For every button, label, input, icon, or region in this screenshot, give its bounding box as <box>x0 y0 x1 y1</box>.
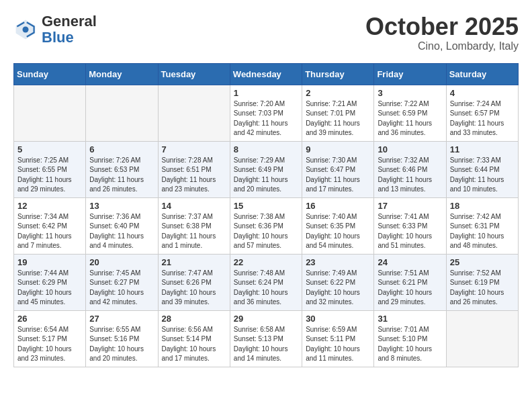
day-info: Sunrise: 7:42 AM Sunset: 6:31 PM Dayligh… <box>450 212 515 251</box>
calendar-cell: 8Sunrise: 7:29 AM Sunset: 6:49 PM Daylig… <box>230 141 302 197</box>
day-number: 17 <box>378 201 442 211</box>
day-info: Sunrise: 7:38 AM Sunset: 6:36 PM Dayligh… <box>234 212 298 251</box>
day-info: Sunrise: 7:25 AM Sunset: 6:55 PM Dayligh… <box>17 156 82 195</box>
day-number: 19 <box>17 257 82 267</box>
calendar-cell: 5Sunrise: 7:25 AM Sunset: 6:55 PM Daylig… <box>14 141 86 197</box>
logo-blue: Blue <box>42 29 74 46</box>
svg-point-2 <box>23 27 29 33</box>
calendar-week-3: 12Sunrise: 7:34 AM Sunset: 6:42 PM Dayli… <box>14 197 519 254</box>
day-info: Sunrise: 7:47 AM Sunset: 6:26 PM Dayligh… <box>162 269 226 308</box>
day-info: Sunrise: 7:52 AM Sunset: 6:19 PM Dayligh… <box>450 269 515 308</box>
day-info: Sunrise: 7:40 AM Sunset: 6:35 PM Dayligh… <box>306 212 370 251</box>
calendar-cell: 24Sunrise: 7:51 AM Sunset: 6:21 PM Dayli… <box>374 254 446 310</box>
day-info: Sunrise: 7:26 AM Sunset: 6:53 PM Dayligh… <box>89 156 154 195</box>
day-info: Sunrise: 6:59 AM Sunset: 5:11 PM Dayligh… <box>306 325 370 364</box>
day-number: 20 <box>89 257 154 267</box>
day-info: Sunrise: 7:28 AM Sunset: 6:51 PM Dayligh… <box>162 156 226 195</box>
calendar-cell: 14Sunrise: 7:37 AM Sunset: 6:38 PM Dayli… <box>158 197 230 254</box>
calendar-week-2: 5Sunrise: 7:25 AM Sunset: 6:55 PM Daylig… <box>14 141 519 197</box>
calendar-cell: 10Sunrise: 7:32 AM Sunset: 6:46 PM Dayli… <box>374 141 446 197</box>
day-info: Sunrise: 7:45 AM Sunset: 6:27 PM Dayligh… <box>89 269 154 308</box>
calendar-cell: 21Sunrise: 7:47 AM Sunset: 6:26 PM Dayli… <box>158 254 230 310</box>
day-info: Sunrise: 7:01 AM Sunset: 5:10 PM Dayligh… <box>378 325 442 364</box>
calendar-cell: 17Sunrise: 7:41 AM Sunset: 6:33 PM Dayli… <box>374 197 446 254</box>
day-info: Sunrise: 7:41 AM Sunset: 6:33 PM Dayligh… <box>378 212 442 251</box>
calendar-cell <box>446 310 518 367</box>
day-number: 15 <box>234 201 298 211</box>
logo: General Blue <box>13 13 97 46</box>
calendar-cell: 27Sunrise: 6:55 AM Sunset: 5:16 PM Dayli… <box>86 310 158 367</box>
day-info: Sunrise: 7:33 AM Sunset: 6:44 PM Dayligh… <box>450 156 515 195</box>
day-info: Sunrise: 6:56 AM Sunset: 5:14 PM Dayligh… <box>162 325 226 364</box>
day-number: 3 <box>378 88 442 98</box>
day-number: 1 <box>234 88 298 98</box>
calendar-cell <box>86 85 158 141</box>
day-number: 26 <box>17 314 82 324</box>
calendar-cell: 15Sunrise: 7:38 AM Sunset: 6:36 PM Dayli… <box>230 197 302 254</box>
day-number: 7 <box>162 144 226 154</box>
calendar-header-wednesday: Wednesday <box>230 63 302 85</box>
day-number: 24 <box>378 257 442 267</box>
day-info: Sunrise: 7:30 AM Sunset: 6:47 PM Dayligh… <box>306 156 370 195</box>
calendar-header-tuesday: Tuesday <box>158 63 230 85</box>
calendar-cell <box>158 85 230 141</box>
day-number: 18 <box>450 201 515 211</box>
calendar-week-1: 1Sunrise: 7:20 AM Sunset: 7:03 PM Daylig… <box>14 85 519 141</box>
day-number: 16 <box>306 201 370 211</box>
day-info: Sunrise: 6:58 AM Sunset: 5:13 PM Dayligh… <box>234 325 298 364</box>
calendar-cell: 16Sunrise: 7:40 AM Sunset: 6:35 PM Dayli… <box>302 197 374 254</box>
logo-icon <box>13 17 38 42</box>
day-number: 6 <box>89 144 154 154</box>
day-number: 22 <box>234 257 298 267</box>
day-number: 31 <box>378 314 442 324</box>
calendar-header-sunday: Sunday <box>14 63 86 85</box>
calendar-cell: 9Sunrise: 7:30 AM Sunset: 6:47 PM Daylig… <box>302 141 374 197</box>
day-info: Sunrise: 7:49 AM Sunset: 6:22 PM Dayligh… <box>306 269 370 308</box>
calendar-cell: 30Sunrise: 6:59 AM Sunset: 5:11 PM Dayli… <box>302 310 374 367</box>
day-info: Sunrise: 7:34 AM Sunset: 6:42 PM Dayligh… <box>17 212 82 251</box>
calendar-cell: 23Sunrise: 7:49 AM Sunset: 6:22 PM Dayli… <box>302 254 374 310</box>
day-number: 25 <box>450 257 515 267</box>
calendar-cell: 28Sunrise: 6:56 AM Sunset: 5:14 PM Dayli… <box>158 310 230 367</box>
day-info: Sunrise: 7:24 AM Sunset: 6:57 PM Dayligh… <box>450 99 515 138</box>
day-info: Sunrise: 6:54 AM Sunset: 5:17 PM Dayligh… <box>17 325 82 364</box>
calendar-cell: 19Sunrise: 7:44 AM Sunset: 6:29 PM Dayli… <box>14 254 86 310</box>
calendar-cell: 20Sunrise: 7:45 AM Sunset: 6:27 PM Dayli… <box>86 254 158 310</box>
calendar-cell: 4Sunrise: 7:24 AM Sunset: 6:57 PM Daylig… <box>446 85 518 141</box>
day-info: Sunrise: 7:51 AM Sunset: 6:21 PM Dayligh… <box>378 269 442 308</box>
page-header: General Blue October 2025 Cino, Lombardy… <box>13 13 519 52</box>
calendar-cell: 3Sunrise: 7:22 AM Sunset: 6:59 PM Daylig… <box>374 85 446 141</box>
calendar-cell <box>14 85 86 141</box>
day-number: 21 <box>162 257 226 267</box>
day-number: 30 <box>306 314 370 324</box>
day-number: 11 <box>450 144 515 154</box>
location: Cino, Lombardy, Italy <box>365 40 519 52</box>
day-number: 10 <box>378 144 442 154</box>
day-info: Sunrise: 7:36 AM Sunset: 6:40 PM Dayligh… <box>89 212 154 251</box>
calendar-cell: 31Sunrise: 7:01 AM Sunset: 5:10 PM Dayli… <box>374 310 446 367</box>
calendar-cell: 18Sunrise: 7:42 AM Sunset: 6:31 PM Dayli… <box>446 197 518 254</box>
day-number: 29 <box>234 314 298 324</box>
calendar-header-monday: Monday <box>86 63 158 85</box>
calendar-cell: 11Sunrise: 7:33 AM Sunset: 6:44 PM Dayli… <box>446 141 518 197</box>
day-number: 2 <box>306 88 370 98</box>
calendar-header-thursday: Thursday <box>302 63 374 85</box>
month-info: October 2025 Cino, Lombardy, Italy <box>365 13 519 52</box>
calendar-cell: 7Sunrise: 7:28 AM Sunset: 6:51 PM Daylig… <box>158 141 230 197</box>
calendar-header-saturday: Saturday <box>446 63 518 85</box>
day-number: 23 <box>306 257 370 267</box>
calendar-cell: 6Sunrise: 7:26 AM Sunset: 6:53 PM Daylig… <box>86 141 158 197</box>
day-number: 13 <box>89 201 154 211</box>
day-info: Sunrise: 7:20 AM Sunset: 7:03 PM Dayligh… <box>234 99 298 138</box>
calendar-cell: 2Sunrise: 7:21 AM Sunset: 7:01 PM Daylig… <box>302 85 374 141</box>
calendar-cell: 13Sunrise: 7:36 AM Sunset: 6:40 PM Dayli… <box>86 197 158 254</box>
calendar-header-row: SundayMondayTuesdayWednesdayThursdayFrid… <box>14 63 519 85</box>
day-number: 27 <box>89 314 154 324</box>
day-info: Sunrise: 7:37 AM Sunset: 6:38 PM Dayligh… <box>162 212 226 251</box>
day-number: 9 <box>306 144 370 154</box>
logo-general: General <box>42 13 97 30</box>
calendar-cell: 25Sunrise: 7:52 AM Sunset: 6:19 PM Dayli… <box>446 254 518 310</box>
day-info: Sunrise: 7:21 AM Sunset: 7:01 PM Dayligh… <box>306 99 370 138</box>
day-number: 4 <box>450 88 515 98</box>
calendar-cell: 29Sunrise: 6:58 AM Sunset: 5:13 PM Dayli… <box>230 310 302 367</box>
